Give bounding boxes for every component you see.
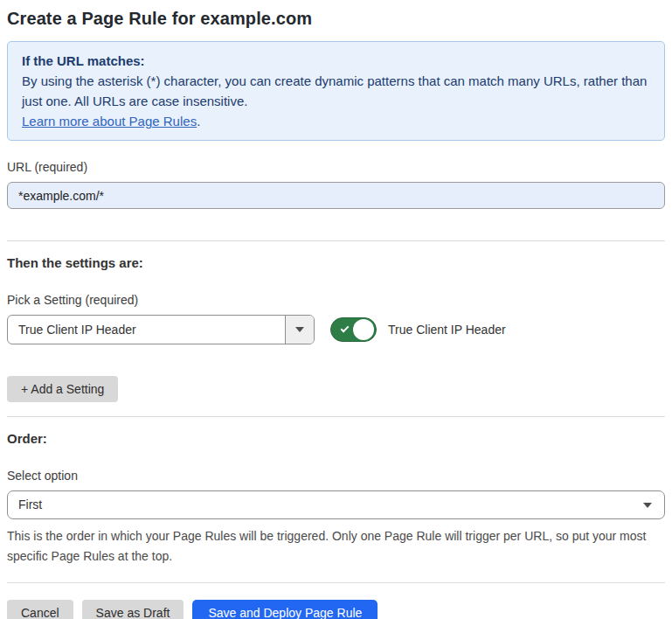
setting-select[interactable]: True Client IP Header: [7, 315, 315, 344]
save-as-draft-button[interactable]: Save as Draft: [82, 600, 184, 619]
order-select-label: Select option: [7, 469, 665, 483]
toggle-knob: [353, 319, 374, 340]
page-rule-form: Create a Page Rule for example.com If th…: [0, 0, 672, 619]
divider: [7, 582, 665, 583]
chevron-down-icon: [643, 503, 652, 508]
order-help-text: This is the order in which your Page Rul…: [7, 526, 658, 567]
info-box-body: By using the asterisk (*) character, you…: [22, 71, 650, 111]
add-setting-button[interactable]: + Add a Setting: [7, 376, 118, 402]
link-suffix: .: [197, 114, 200, 129]
cancel-button[interactable]: Cancel: [7, 600, 73, 619]
true-client-ip-toggle[interactable]: [330, 317, 377, 342]
order-select-value: First: [8, 491, 664, 518]
toggle-label: True Client IP Header: [388, 323, 506, 337]
divider: [7, 240, 665, 241]
order-section-heading: Order:: [7, 431, 665, 446]
setting-picker-label: Pick a Setting (required): [7, 293, 665, 307]
order-select[interactable]: First: [7, 490, 665, 519]
url-input[interactable]: [7, 182, 665, 209]
url-match-info-box: If the URL matches: By using the asteris…: [7, 41, 665, 141]
footer-actions: Cancel Save as Draft Save and Deploy Pag…: [7, 600, 665, 619]
setting-select-value: True Client IP Header: [8, 316, 285, 344]
check-icon: [341, 324, 350, 333]
learn-more-link[interactable]: Learn more about Page Rules: [22, 114, 197, 129]
info-box-link-line: Learn more about Page Rules.: [22, 111, 650, 131]
page-title: Create a Page Rule for example.com: [7, 9, 665, 29]
setting-row: True Client IP Header True Client IP Hea…: [7, 315, 665, 344]
chevron-down-icon: [295, 327, 304, 332]
setting-select-arrow-button[interactable]: [285, 316, 314, 344]
url-field-label: URL (required): [7, 160, 665, 174]
settings-section-heading: Then the settings are:: [7, 255, 665, 270]
divider: [7, 416, 665, 417]
info-box-heading: If the URL matches:: [22, 51, 650, 71]
save-and-deploy-button[interactable]: Save and Deploy Page Rule: [192, 600, 378, 619]
